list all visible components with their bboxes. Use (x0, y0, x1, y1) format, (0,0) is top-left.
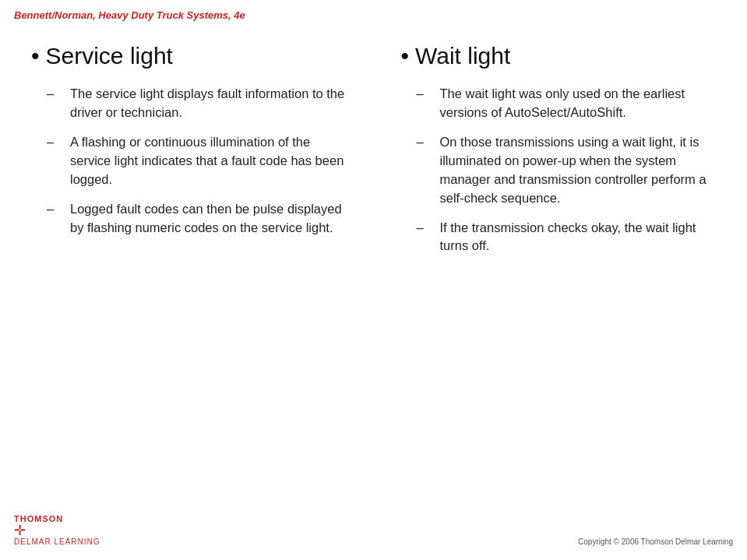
list-item: The service light displays fault informa… (47, 85, 354, 122)
wait-light-bullet: • (401, 43, 410, 69)
service-light-bullet: • (31, 43, 40, 69)
thomson-logo: THOMSON ✛ DELMAR LEARNING (14, 514, 100, 546)
wait-light-label: Wait light (415, 43, 510, 69)
wait-light-list: The wait light was only used on the earl… (401, 85, 724, 255)
left-column: • Service light The service light displa… (31, 43, 370, 513)
delmar-text: DELMAR LEARNING (14, 537, 100, 546)
list-item: On those transmissions using a wait ligh… (417, 133, 724, 208)
header-logo: Bennett/Norman, Heavy Duty Truck Systems… (14, 9, 245, 21)
service-light-label: Service light (46, 43, 173, 69)
list-item: The wait light was only used on the earl… (417, 85, 724, 122)
wait-light-title: • Wait light (401, 43, 724, 69)
logo-cross-icon: ✛ (14, 523, 26, 537)
service-light-list: The service light displays fault informa… (31, 85, 354, 237)
footer-copyright: Copyright © 2006 Thomson Delmar Learning (578, 537, 733, 546)
main-content: • Service light The service light displa… (0, 0, 747, 560)
list-item: Logged fault codes can then be pulse dis… (47, 200, 354, 238)
service-light-title: • Service light (31, 43, 354, 69)
right-column: • Wait light The wait light was only use… (386, 43, 724, 513)
list-item: A flashing or continuous illumination of… (47, 133, 354, 189)
list-item: If the transmission checks okay, the wai… (417, 219, 724, 256)
footer-left: THOMSON ✛ DELMAR LEARNING (14, 514, 100, 546)
